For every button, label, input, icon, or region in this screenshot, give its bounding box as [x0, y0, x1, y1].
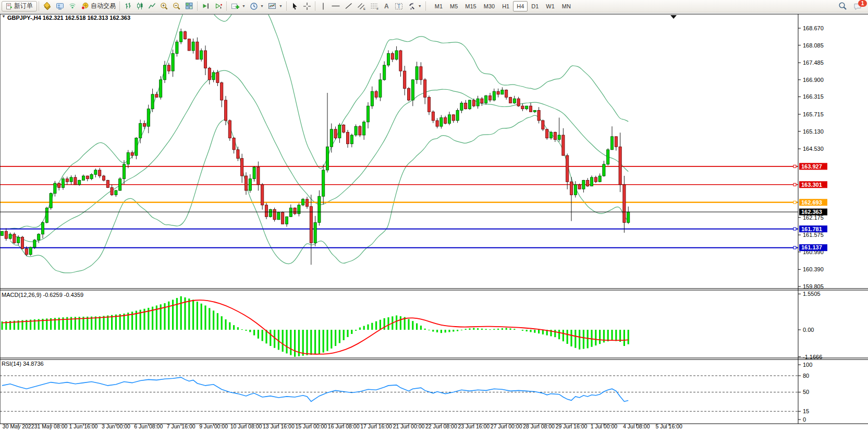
dropdown-caret-icon: ▼: [418, 4, 422, 8]
candle: [180, 32, 182, 42]
candle: [590, 177, 593, 186]
macd-histogram-bar: [481, 329, 483, 330]
profiles-button[interactable]: [54, 1, 66, 11]
zoom-in-button[interactable]: [158, 1, 170, 11]
indicators-button[interactable]: ▼: [229, 1, 248, 11]
candle: [497, 91, 499, 94]
macd-histogram-bar: [493, 329, 495, 330]
macd-histogram-bar: [579, 330, 580, 350]
hline-handle[interactable]: [793, 246, 796, 249]
hline-handle[interactable]: [793, 228, 796, 230]
trendline-tool-button[interactable]: [343, 1, 355, 11]
price-badge-label: 161.137: [801, 244, 822, 250]
macd-histogram-bar: [225, 319, 226, 330]
macd-histogram-bar: [335, 330, 336, 346]
auto-scroll-icon: [202, 2, 210, 10]
candle: [119, 179, 121, 190]
rsi-tick-label: 0: [803, 416, 806, 423]
periods-button[interactable]: ▼: [248, 1, 266, 11]
tf-button-m30[interactable]: M30: [480, 1, 498, 11]
macd-histogram-bar: [306, 330, 308, 355]
macd-histogram-bar: [237, 327, 239, 330]
macd-histogram-bar: [396, 316, 397, 330]
time-label: 6 Jun 08:00: [134, 423, 163, 429]
svg-text:F: F: [376, 7, 378, 10]
macd-histogram-bar: [599, 330, 601, 344]
hline-handle[interactable]: [793, 165, 796, 167]
hline-handle[interactable]: [793, 183, 796, 186]
macd-histogram-bar: [583, 330, 584, 349]
vertical-line-tool-button[interactable]: [317, 1, 329, 11]
candle: [318, 196, 321, 222]
zoom-out-button[interactable]: [170, 1, 183, 11]
tf-button-mn[interactable]: MN: [558, 1, 574, 11]
candle: [285, 217, 288, 224]
macd-tick-label: 0.00: [803, 327, 814, 333]
separator: [39, 2, 40, 10]
macd-histogram-bar: [274, 330, 275, 348]
candle: [212, 73, 215, 80]
text-label-tool-button[interactable]: T: [393, 1, 406, 11]
horizontal-line-tool-button[interactable]: [329, 1, 343, 11]
candle: [546, 129, 548, 138]
text-icon: A: [383, 2, 390, 10]
tf-button-m1[interactable]: M1: [431, 1, 446, 11]
tf-button-w1[interactable]: W1: [542, 1, 558, 11]
candle: [509, 97, 511, 103]
crosshair-tool-button[interactable]: [301, 1, 313, 11]
candle: [375, 91, 377, 97]
candle: [521, 106, 524, 109]
price-tick-label: 167.485: [803, 59, 824, 66]
macd-histogram-bar: [607, 330, 609, 341]
fibonacci-tool-button[interactable]: F: [368, 1, 381, 11]
candle: [350, 135, 353, 144]
macd-histogram-bar: [412, 321, 413, 330]
trendline-icon: [345, 2, 353, 10]
arrows-tool-button[interactable]: ▼: [406, 1, 424, 11]
price-badge-label: 162.363: [801, 209, 822, 215]
tf-button-m15[interactable]: M15: [461, 1, 480, 11]
tf-button-h4[interactable]: H4: [513, 1, 528, 11]
macd-histogram-bar: [538, 330, 540, 333]
separator: [197, 2, 198, 10]
chart-canvas[interactable]: 168.670168.085167.485166.900166.315165.7…: [0, 0, 868, 431]
new-order-button[interactable]: 新订单: [2, 1, 37, 11]
time-axis[interactable]: 30 May 202231 May 08:001 Jun 16:003 Jun …: [3, 423, 682, 429]
candle: [476, 99, 479, 106]
tile-windows-button[interactable]: [183, 1, 195, 11]
cursor-tool-button[interactable]: [289, 1, 301, 11]
text-tool-button[interactable]: A: [381, 1, 393, 11]
candle: [13, 234, 16, 243]
templates-button[interactable]: ▼: [266, 1, 285, 11]
autotrading-button[interactable]: 自动交易: [79, 1, 118, 11]
chart-shift-button[interactable]: [212, 1, 225, 11]
tf-button-m5[interactable]: M5: [446, 1, 461, 11]
macd-histogram-bar: [416, 324, 418, 330]
macd-tick-label: -1.1666: [803, 354, 822, 360]
candle: [338, 125, 341, 138]
macd-histogram-bar: [436, 330, 438, 332]
new-chart-button[interactable]: [41, 1, 54, 11]
candle: [371, 91, 373, 106]
symbol-dropdown-caret[interactable]: ▼: [2, 14, 6, 19]
line-chart-mode-button[interactable]: [146, 1, 158, 11]
data-feed-button[interactable]: [66, 1, 79, 11]
auto-scroll-button[interactable]: [200, 1, 212, 11]
candle: [598, 176, 601, 182]
search-button[interactable]: [836, 1, 849, 11]
chat-button[interactable]: 1: [851, 1, 864, 11]
tf-button-d1[interactable]: D1: [528, 1, 542, 11]
hline-handle[interactable]: [793, 201, 796, 203]
candle: [305, 199, 308, 207]
macd-histogram-bar: [628, 330, 629, 344]
bar-chart-mode-button[interactable]: [122, 1, 134, 11]
candle: [391, 54, 394, 59]
candle: [615, 137, 617, 147]
tf-button-h1[interactable]: H1: [498, 1, 513, 11]
channel-tool-button[interactable]: E: [355, 1, 368, 11]
macd-histogram-bar: [591, 330, 592, 347]
candle: [54, 183, 56, 194]
candlestick-mode-button[interactable]: [134, 1, 146, 11]
macd-histogram-bar: [339, 330, 340, 343]
macd-histogram-bar: [103, 316, 104, 330]
